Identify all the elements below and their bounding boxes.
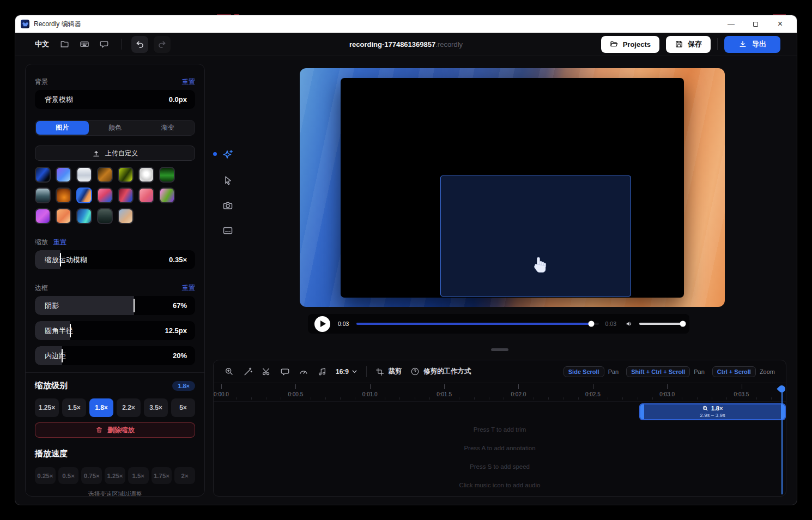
redo-button[interactable] bbox=[154, 36, 171, 53]
background-tab[interactable]: 图片 bbox=[36, 121, 89, 135]
background-tab[interactable]: 颜色 bbox=[89, 121, 142, 135]
playback-speed-button[interactable]: 0.25× bbox=[35, 467, 56, 484]
trim-help-label: 修剪的工作方式 bbox=[423, 367, 471, 376]
video-frame[interactable] bbox=[341, 78, 684, 298]
cursor-tool-button[interactable] bbox=[222, 175, 233, 186]
aspect-ratio-dropdown[interactable]: 16:9 bbox=[336, 368, 357, 376]
undo-button[interactable] bbox=[131, 36, 148, 53]
open-file-button[interactable] bbox=[58, 37, 72, 51]
background-thumbnail[interactable] bbox=[118, 188, 134, 203]
play-button[interactable] bbox=[314, 316, 330, 332]
background-thumbnail[interactable] bbox=[35, 167, 51, 183]
background-thumbnail[interactable] bbox=[76, 188, 92, 203]
projects-label: Projects bbox=[623, 40, 651, 49]
maximize-button[interactable] bbox=[743, 16, 768, 32]
speed-hint: 选择变速区域以调整 bbox=[35, 490, 195, 497]
ruler-minor-tick bbox=[325, 397, 326, 400]
speaker-icon[interactable] bbox=[625, 319, 634, 328]
upload-custom-button[interactable]: 上传自定义 bbox=[35, 146, 195, 161]
projects-button[interactable]: Projects bbox=[601, 36, 659, 53]
playback-speed-button[interactable]: 2× bbox=[174, 467, 195, 484]
ruler-minor-tick bbox=[340, 397, 341, 400]
zoom-level-button[interactable]: 3.5× bbox=[144, 398, 168, 417]
shortcut-hint: Ctrl + ScrollZoom bbox=[712, 366, 775, 377]
zoom-level-button[interactable]: 2.2× bbox=[117, 398, 141, 417]
top-toolbar: 中文 recording-1774861369857.recordly bbox=[15, 33, 797, 56]
playback-speed-button[interactable]: 1.5× bbox=[128, 467, 149, 484]
feedback-button[interactable] bbox=[97, 37, 111, 51]
close-button[interactable]: × bbox=[768, 16, 792, 32]
captions-tool-button[interactable] bbox=[222, 225, 233, 236]
background-thumbnail[interactable] bbox=[35, 208, 51, 224]
background-thumbnail[interactable] bbox=[56, 167, 71, 183]
slider-value: 0.35× bbox=[169, 256, 187, 264]
magic-wand-button[interactable] bbox=[243, 367, 253, 377]
zoom-selection-box[interactable] bbox=[440, 176, 631, 297]
timeline-track[interactable]: Press T to add trimPress A to add annota… bbox=[214, 402, 786, 496]
zoom-level-button[interactable]: 1.5× bbox=[62, 398, 86, 417]
ruler-tick-label: 0:03.0 bbox=[659, 391, 675, 397]
background-thumbnail[interactable] bbox=[76, 208, 92, 224]
speed-button[interactable] bbox=[299, 367, 308, 377]
playback-speed-button[interactable]: 1.75× bbox=[152, 467, 172, 484]
save-button[interactable]: 保存 bbox=[666, 36, 711, 53]
background-thumbnail[interactable] bbox=[159, 167, 175, 183]
minimize-button[interactable]: — bbox=[719, 16, 743, 32]
cut-button[interactable] bbox=[262, 367, 271, 377]
ruler-minor-tick bbox=[608, 397, 608, 400]
playback-speed-button[interactable]: 1.25× bbox=[105, 467, 125, 484]
padding-slider[interactable]: 内边距20% bbox=[35, 346, 195, 365]
effects-tool-button[interactable] bbox=[222, 149, 234, 161]
progress-bar[interactable] bbox=[356, 323, 598, 325]
annotation-button[interactable] bbox=[280, 367, 290, 377]
crop-button[interactable]: 裁剪 bbox=[375, 367, 402, 376]
background-tab[interactable]: 渐变 bbox=[141, 121, 194, 135]
help-icon bbox=[410, 367, 420, 376]
progress-handle[interactable] bbox=[589, 321, 595, 327]
language-button[interactable]: 中文 bbox=[32, 37, 52, 51]
background-thumbnail[interactable] bbox=[138, 167, 154, 183]
background-thumbnail[interactable] bbox=[97, 208, 113, 224]
upload-custom-label: 上传自定义 bbox=[105, 149, 138, 158]
clip-left-handle[interactable] bbox=[640, 404, 644, 419]
background-thumbnail[interactable] bbox=[138, 188, 154, 203]
background-thumbnail[interactable] bbox=[35, 188, 51, 203]
add-zoom-button[interactable] bbox=[225, 367, 234, 377]
slider-cursor[interactable] bbox=[134, 299, 135, 312]
delete-zoom-button[interactable]: 删除缩放 bbox=[35, 422, 195, 438]
background-thumbnail[interactable] bbox=[56, 188, 71, 203]
background-thumbnail[interactable] bbox=[118, 167, 134, 183]
wand-icon bbox=[243, 367, 253, 377]
background-thumbnail[interactable] bbox=[56, 208, 71, 224]
background-thumbnail[interactable] bbox=[159, 188, 175, 203]
zoom-motion-blur-slider[interactable]: 缩放运动模糊0.35× bbox=[35, 250, 195, 269]
zoom-level-button[interactable]: 1.25× bbox=[35, 398, 59, 417]
zoom-in-icon bbox=[225, 367, 234, 377]
corner-radius-slider[interactable]: 圆角半径12.5px bbox=[35, 321, 195, 340]
panel-resize-handle[interactable] bbox=[491, 348, 508, 351]
background-blur-slider[interactable]: 背景模糊0.0px bbox=[35, 90, 195, 109]
ruler-minor-tick bbox=[578, 397, 579, 400]
border-reset-link[interactable]: 重置 bbox=[182, 283, 195, 293]
background-thumbnail[interactable] bbox=[76, 167, 92, 183]
music-button[interactable] bbox=[317, 367, 327, 377]
playback-speed-button[interactable]: 0.5× bbox=[58, 467, 79, 484]
timeline-ruler[interactable]: 0:00.00:00.50:01.00:01.50:02.00:02.50:03… bbox=[214, 383, 786, 402]
export-button[interactable]: 导出 bbox=[724, 36, 780, 53]
playback-speed-button[interactable]: 0.75× bbox=[81, 467, 102, 484]
background-reset-link[interactable]: 重置 bbox=[182, 77, 195, 87]
camera-tool-button[interactable] bbox=[222, 200, 233, 211]
zoom-clip[interactable]: 1.8× 2.9s – 3.9s bbox=[639, 403, 786, 420]
zoom-reset-link[interactable]: 重置 bbox=[53, 238, 66, 247]
background-thumbnail[interactable] bbox=[97, 167, 113, 183]
background-thumbnail[interactable] bbox=[97, 188, 113, 203]
keyboard-shortcuts-button[interactable] bbox=[77, 37, 92, 51]
shadow-slider[interactable]: 阴影67% bbox=[35, 296, 195, 315]
trim-help-button[interactable]: 修剪的工作方式 bbox=[410, 367, 471, 376]
video-preview-canvas[interactable] bbox=[300, 68, 725, 307]
zoom-level-button[interactable]: 1.8× bbox=[89, 398, 113, 417]
zoom-level-button[interactable]: 5× bbox=[171, 398, 195, 417]
background-thumbnail[interactable] bbox=[118, 208, 134, 224]
volume-handle[interactable] bbox=[680, 321, 686, 327]
volume-slider[interactable] bbox=[639, 323, 683, 325]
